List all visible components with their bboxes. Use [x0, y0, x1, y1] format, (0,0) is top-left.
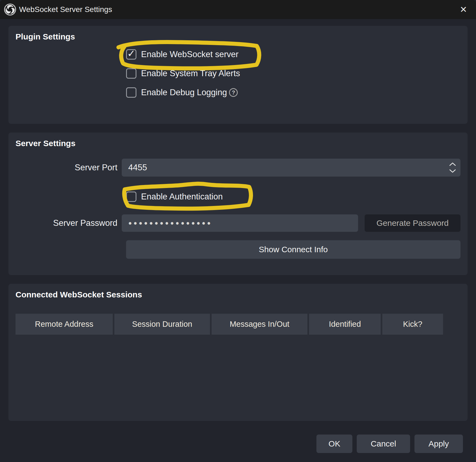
enable-authentication-row[interactable]: Enable Authentication [126, 190, 460, 203]
chevron-down-icon[interactable] [449, 169, 456, 173]
enable-websocket-server-label: Enable WebSocket server [141, 50, 239, 59]
show-connect-info-row: Show Connect Info [16, 240, 460, 259]
column-header-messages-in-out[interactable]: Messages In/Out [212, 314, 307, 335]
enable-debug-logging-label: Enable Debug Logging [141, 88, 227, 97]
server-settings-title: Server Settings [16, 138, 460, 148]
column-header-identified[interactable]: Identified [309, 314, 381, 335]
apply-button[interactable]: Apply [414, 435, 463, 453]
column-header-remote-address[interactable]: Remote Address [16, 314, 113, 335]
websocket-server-settings-dialog: { "window": { "title": "WebSocket Server… [0, 0, 476, 462]
checkmark-icon: ✓ [127, 49, 135, 58]
enable-websocket-server-checkbox[interactable]: ✓ [126, 49, 136, 60]
column-header-session-duration[interactable]: Session Duration [114, 314, 210, 335]
column-header-kick[interactable]: Kick? [382, 314, 443, 335]
help-icon[interactable]: ? [229, 88, 238, 97]
server-port-row: Server Port [16, 159, 460, 177]
ok-button[interactable]: OK [316, 435, 352, 453]
server-port-input[interactable] [122, 162, 449, 173]
enable-system-tray-alerts-label: Enable System Tray Alerts [141, 69, 240, 78]
enable-websocket-server-row[interactable]: ✓ Enable WebSocket server [126, 48, 460, 61]
spin-buttons [449, 162, 460, 173]
generate-password-button[interactable]: Generate Password [365, 214, 460, 232]
plugin-settings-title: Plugin Settings [16, 32, 460, 42]
titlebar: WebSocket Server Settings ✕ [0, 0, 476, 19]
sessions-table-body-empty [16, 335, 460, 419]
server-password-row: Server Password Generate Password [16, 214, 460, 232]
sessions-table-header: Remote Address Session Duration Messages… [16, 314, 460, 335]
enable-debug-logging-checkbox[interactable] [126, 87, 136, 98]
sessions-title: Connected WebSocket Sessions [16, 290, 460, 300]
enable-system-tray-alerts-row[interactable]: Enable System Tray Alerts [126, 67, 460, 80]
window-title: WebSocket Server Settings [19, 5, 112, 14]
enable-authentication-label: Enable Authentication [141, 192, 223, 202]
server-password-input[interactable] [122, 214, 358, 232]
enable-debug-logging-row[interactable]: Enable Debug Logging ? [126, 86, 460, 99]
plugin-settings-checkboxes: ✓ Enable WebSocket server Enable System … [126, 48, 460, 99]
close-icon[interactable]: ✕ [458, 4, 469, 15]
sessions-group: Connected WebSocket Sessions Remote Addr… [8, 284, 468, 421]
dialog-buttons: OK Cancel Apply [316, 435, 463, 453]
obs-logo-icon [4, 3, 16, 16]
dialog-content: Plugin Settings ✓ Enable WebSocket serve… [0, 19, 476, 421]
chevron-up-icon[interactable] [449, 162, 456, 166]
enable-authentication-checkbox[interactable] [126, 192, 136, 202]
server-password-label: Server Password [16, 218, 122, 228]
plugin-settings-group: Plugin Settings ✓ Enable WebSocket serve… [8, 26, 468, 124]
cancel-button[interactable]: Cancel [357, 435, 410, 453]
server-settings-group: Server Settings Server Port Enable Authe… [8, 133, 468, 275]
show-connect-info-button[interactable]: Show Connect Info [126, 240, 460, 259]
server-port-label: Server Port [16, 163, 122, 173]
enable-system-tray-alerts-checkbox[interactable] [126, 68, 136, 79]
server-port-spinbox[interactable] [122, 159, 460, 177]
